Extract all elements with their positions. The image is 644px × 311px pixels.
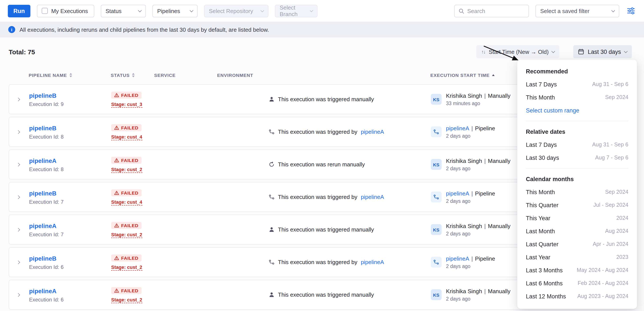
pipeline-name-link[interactable]: pipelineB bbox=[29, 255, 56, 262]
column-label: ENVIRONMENT bbox=[217, 72, 253, 78]
status-label: FAILED bbox=[121, 255, 138, 260]
status-label: FAILED bbox=[121, 125, 138, 130]
date-option-label: Last Month bbox=[526, 228, 555, 234]
expand-chevron-icon[interactable] bbox=[17, 294, 26, 296]
column-label: SERVICE bbox=[154, 72, 176, 78]
date-option-last-7-days[interactable]: Last 7 DaysAug 31 - Sep 6 bbox=[526, 138, 628, 151]
date-option-last-month[interactable]: Last MonthAug 2024 bbox=[526, 224, 628, 238]
date-option-this-year[interactable]: This Year2024 bbox=[526, 212, 628, 224]
total-count: Total: 75 bbox=[9, 48, 35, 56]
date-option-last-quarter[interactable]: Last QuarterApr - Jun 2024 bbox=[526, 238, 628, 250]
avatar: KS bbox=[431, 224, 442, 235]
trigger-description: This execution was rerun manually bbox=[278, 161, 365, 168]
expand-chevron-icon[interactable] bbox=[17, 228, 26, 231]
trigger-pipeline-link[interactable]: pipelineA bbox=[361, 194, 384, 200]
expand-chevron-icon[interactable] bbox=[17, 98, 26, 100]
status-badge: FAILED bbox=[111, 124, 142, 131]
time-ago: 2 days ago bbox=[446, 198, 495, 204]
trigger-pipeline-link[interactable]: pipelineA bbox=[361, 128, 384, 135]
status-label: FAILED bbox=[121, 92, 138, 98]
date-option-this-month[interactable]: This MonthSep 2024 bbox=[526, 186, 628, 198]
date-option-label: Last 7 Days bbox=[526, 142, 557, 148]
pipeline-name-link[interactable]: pipelineA bbox=[29, 222, 56, 229]
trigger-description: This execution was triggered by bbox=[278, 259, 358, 266]
pipeline-name-link[interactable]: pipelineB bbox=[29, 124, 56, 132]
separator: | bbox=[484, 288, 486, 294]
column-header-pipeline-name[interactable]: PIPELINE NAME bbox=[29, 72, 111, 78]
filter-settings-button[interactable] bbox=[626, 6, 636, 16]
pipeline-avatar-icon bbox=[431, 257, 442, 268]
trigger-cell: This execution was triggered by pipeline… bbox=[269, 194, 431, 200]
date-option-this-month[interactable]: This MonthSep 2024 bbox=[526, 91, 628, 104]
failed-stage-link[interactable]: Stage: cust_2 bbox=[111, 264, 142, 270]
trigger-type: Manually bbox=[488, 223, 510, 229]
starter-name: pipelineA bbox=[446, 190, 469, 197]
date-option-last-year[interactable]: Last Year2023 bbox=[526, 250, 628, 264]
filters-toolbar: Run My Executions Status Pipelines Selec… bbox=[0, 0, 644, 22]
failed-stage-link[interactable]: Stage: cust_4 bbox=[111, 134, 142, 140]
execution-id: Execution Id: 6 bbox=[29, 296, 111, 302]
date-option-select-custom-range[interactable]: Select custom range bbox=[526, 104, 628, 117]
date-option-this-quarter[interactable]: This QuarterJul - Sep 2024 bbox=[526, 198, 628, 212]
menu-section: Calendar monthsThis MonthSep 2024This Qu… bbox=[526, 168, 628, 303]
starter-name: Krishika Singh bbox=[446, 92, 482, 99]
search-input[interactable] bbox=[467, 8, 524, 14]
separator: | bbox=[484, 158, 486, 164]
date-option-value: Aug 7 - Sep 6 bbox=[595, 155, 628, 161]
warning-icon bbox=[114, 288, 119, 292]
date-option-last-3-months[interactable]: Last 3 MonthsMay 2024 - Aug 2024 bbox=[526, 264, 628, 277]
date-option-last-7-days[interactable]: Last 7 DaysAug 31 - Sep 6 bbox=[526, 78, 628, 91]
status-dropdown[interactable]: Status bbox=[101, 4, 146, 17]
pipeline-name-cell: pipelineA Execution Id: 6 bbox=[29, 287, 111, 302]
trigger-cell: This execution was triggered manually bbox=[269, 96, 431, 102]
my-executions-toggle[interactable]: My Executions bbox=[37, 4, 94, 17]
status-label: FAILED bbox=[121, 190, 138, 195]
pipeline-name-link[interactable]: pipelineA bbox=[29, 157, 56, 164]
pipeline-name-link[interactable]: pipelineA bbox=[29, 287, 56, 294]
warning-icon bbox=[114, 256, 119, 260]
date-option-last-30-days[interactable]: Last 30 daysAug 7 - Sep 6 bbox=[526, 151, 628, 164]
search-box[interactable] bbox=[454, 4, 529, 17]
expand-chevron-icon[interactable] bbox=[17, 261, 26, 264]
failed-stage-link[interactable]: Stage: cust_2 bbox=[111, 297, 142, 303]
expand-chevron-icon[interactable] bbox=[17, 130, 26, 133]
failed-stage-link[interactable]: Stage: cust_4 bbox=[111, 199, 142, 205]
avatar: KS bbox=[431, 159, 442, 170]
date-option-value: Aug 31 - Sep 6 bbox=[592, 142, 628, 148]
branch-dropdown[interactable]: Select Branch bbox=[275, 4, 318, 17]
trigger-pipeline-link[interactable]: pipelineA bbox=[361, 259, 384, 266]
separator: | bbox=[472, 256, 473, 262]
user-icon bbox=[269, 96, 274, 102]
failed-stage-link[interactable]: Stage: cust_2 bbox=[111, 166, 142, 173]
sort-dropdown[interactable]: ↑↓ Start Time (New → Old) bbox=[476, 45, 560, 58]
date-range-menu: RecommendedLast 7 DaysAug 31 - Sep 6This… bbox=[517, 60, 637, 309]
expand-chevron-icon[interactable] bbox=[17, 163, 26, 166]
pipeline-name-link[interactable]: pipelineB bbox=[29, 92, 56, 99]
my-executions-checkbox[interactable] bbox=[42, 8, 48, 14]
column-header-status[interactable]: STATUS bbox=[111, 72, 154, 78]
repository-dropdown[interactable]: Select Repository bbox=[204, 4, 268, 17]
starter-name: Krishika Singh bbox=[446, 158, 482, 164]
pipelines-dropdown[interactable]: Pipelines bbox=[152, 4, 198, 17]
sort-label: Start Time (New → Old) bbox=[489, 48, 549, 55]
failed-stage-link[interactable]: Stage: cust_3 bbox=[111, 102, 142, 108]
pipeline-name-cell: pipelineB Execution Id: 8 bbox=[29, 124, 111, 140]
date-range-button[interactable]: Last 30 days bbox=[574, 45, 632, 58]
failed-stage-link[interactable]: Stage: cust_2 bbox=[111, 232, 142, 238]
column-label: EXECUTION START TIME bbox=[430, 72, 490, 78]
pipeline-name-link[interactable]: pipelineB bbox=[29, 190, 56, 196]
avatar: KS bbox=[431, 94, 442, 105]
date-option-last-6-months[interactable]: Last 6 MonthsFeb 2024 - Aug 2024 bbox=[526, 277, 628, 290]
date-option-last-12-months[interactable]: Last 12 MonthsAug 2023 - Aug 2024 bbox=[526, 290, 628, 303]
starter-name: Krishika Singh bbox=[446, 223, 482, 229]
run-button[interactable]: Run bbox=[8, 4, 30, 17]
chevron-down-icon bbox=[138, 8, 142, 12]
time-ago: 2 days ago bbox=[446, 133, 495, 138]
pipeline-name-cell: pipelineB Execution Id: 7 bbox=[29, 189, 111, 205]
date-option-label: Last 30 days bbox=[526, 154, 559, 161]
menu-section-title: Calendar months bbox=[526, 172, 628, 186]
expand-chevron-icon[interactable] bbox=[17, 196, 26, 198]
saved-filter-dropdown[interactable]: Select a saved filter bbox=[536, 4, 619, 17]
warning-icon bbox=[114, 158, 119, 162]
trigger-type: Manually bbox=[488, 92, 510, 99]
